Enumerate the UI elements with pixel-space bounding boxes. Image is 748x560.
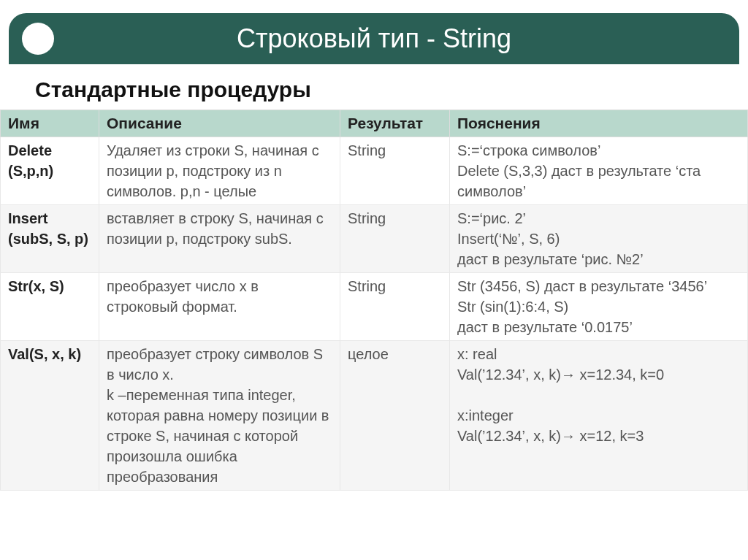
procedures-table: Имя Описание Результат Пояснения Delete … <box>0 110 748 491</box>
page-title: Строковый тип - String <box>9 23 739 54</box>
col-desc: Описание <box>99 110 340 137</box>
cell-name: Delete (S,p,n) <box>1 137 99 205</box>
cell-result: String <box>340 205 450 273</box>
col-note: Пояснения <box>450 110 748 137</box>
cell-desc: преобразует строку символов S в число x.… <box>99 341 340 491</box>
table-row: Val(S, x, k) преобразует строку символов… <box>1 341 748 491</box>
cell-name: Str(x, S) <box>1 273 99 341</box>
cell-desc: преобразует число х в строковый формат. <box>99 273 340 341</box>
cell-note: S:=‘строка символов’ Delete (S,3,3) даст… <box>450 137 748 205</box>
table-header-row: Имя Описание Результат Пояснения <box>1 110 748 137</box>
table-row: Str(x, S) преобразует число х в строковы… <box>1 273 748 341</box>
cell-name: Val(S, x, k) <box>1 341 99 491</box>
cell-desc: вставляет в строку S, начиная с позиции … <box>99 205 340 273</box>
cell-name: Insert (subS, S, p) <box>1 205 99 273</box>
cell-note: S:=‘рис. 2’ Insert(‘№’, S, 6) даст в рез… <box>450 205 748 273</box>
col-result: Результат <box>340 110 450 137</box>
cell-note: Str (3456, S) даст в результате ‘3456’ S… <box>450 273 748 341</box>
cell-desc: Удаляет из строки S, начиная с позиции p… <box>99 137 340 205</box>
table-row: Delete (S,p,n) Удаляет из строки S, начи… <box>1 137 748 205</box>
cell-result: String <box>340 137 450 205</box>
cell-note: x: real Val(’12.34’, x, k)→ x=12.34, k=0… <box>450 341 748 491</box>
title-banner: Строковый тип - String <box>9 13 739 64</box>
section-subtitle: Стандартные процедуры <box>0 64 748 110</box>
col-name: Имя <box>1 110 99 137</box>
table-row: Insert (subS, S, p) вставляет в строку S… <box>1 205 748 273</box>
cell-result: String <box>340 273 450 341</box>
cell-result: целое <box>340 341 450 491</box>
